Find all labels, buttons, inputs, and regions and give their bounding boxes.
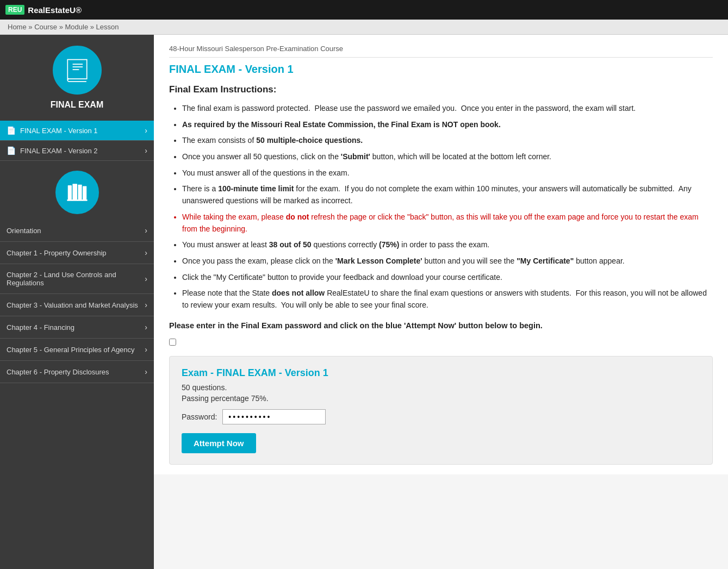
book-icon [63,55,92,85]
sidebar: FINAL EXAM 📄 FINAL EXAM - Version 1 › 📄 … [0,35,154,569]
content-inner: 48-Hour Missouri Salesperson Pre-Examina… [154,35,728,474]
checkbox-area[interactable] [169,339,713,347]
instruction-10: Click the "My Certificate" button to pro… [182,272,713,284]
exam-box-title: Exam - FINAL EXAM - Version 1 [182,367,700,379]
password-instruction: Please enter in the Final Exam password … [169,321,713,330]
attempt-now-button[interactable]: Attempt Now [182,433,256,453]
svg-rect-2 [78,185,82,199]
sidebar-chapter-label: Chapter 2 - Land Use Controls and Regula… [7,271,145,287]
sidebar-exam-title: FINAL EXAM [51,100,103,110]
sidebar-item-final-exam-v2[interactable]: 📄 FINAL EXAM - Version 2 › [0,141,154,161]
sidebar-item-chapter4[interactable]: Chapter 4 - Financing › [0,316,154,339]
instruction-4: Once you answer all 50 questions, click … [182,151,713,163]
exam-questions-info: 50 questions. [182,383,700,392]
chevron-right-icon: › [145,126,147,135]
chevron-right-icon-2: › [145,146,147,155]
chevron-right-icon: › [145,345,147,354]
instruction-1: The final exam is password protected. Pl… [182,103,713,115]
instruction-8: You must answer at least 38 out of 50 qu… [182,239,713,251]
instruction-3: The exam consists of 50 multiple-choice … [182,135,713,147]
chevron-right-icon: › [145,226,147,235]
sidebar-chapter-label: Chapter 4 - Financing [7,323,74,332]
sidebar-chapter-label: Chapter 6 - Property Disclosures [7,368,109,376]
svg-rect-4 [67,199,87,201]
instruction-2: As required by the Missouri Real Estate … [182,119,713,131]
breadcrumb: Home » Course » Module » Lesson [0,20,728,35]
password-label: Password: [182,412,217,421]
course-subtitle: 48-Hour Missouri Salesperson Pre-Examina… [169,45,713,58]
sidebar-item-label-2: FINAL EXAM - Version 2 [20,147,98,155]
exam-item-icon: 📄 [7,126,16,135]
exam-passing-info: Passing percentage 75%. [182,394,700,403]
sidebar-item-chapter2[interactable]: Chapter 2 - Land Use Controls and Regula… [0,264,154,294]
sidebar-item-chapter6[interactable]: Chapter 6 - Property Disclosures › [0,361,154,383]
sidebar-icon-area: FINAL EXAM [0,35,154,121]
svg-rect-3 [83,186,86,199]
sidebar-item-final-exam-v1[interactable]: 📄 FINAL EXAM - Version 1 › [0,121,154,141]
instruction-7-warning: While taking the exam, please do not ref… [182,211,713,235]
sidebar-chapter-label: Orientation [7,227,41,235]
sidebar-chapter-label: Chapter 1 - Property Ownership [7,249,107,257]
sidebar-item-label: FINAL EXAM - Version 1 [20,127,98,135]
sidebar-item-chapter1[interactable]: Chapter 1 - Property Ownership › [0,242,154,264]
books-icon [65,180,90,205]
exam-box: Exam - FINAL EXAM - Version 1 50 questio… [169,356,713,465]
content-area: 48-Hour Missouri Salesperson Pre-Examina… [154,35,728,569]
instruction-5: You must answer all of the questions in … [182,167,713,179]
main-layout: FINAL EXAM 📄 FINAL EXAM - Version 1 › 📄 … [0,35,728,569]
password-input[interactable] [222,409,326,424]
chevron-right-icon: › [145,248,147,257]
sidebar-item-chapter3[interactable]: Chapter 3 - Valuation and Market Analysi… [0,294,154,316]
instruction-9: Once you pass the exam, please click on … [182,255,713,267]
logo-badge: REU [5,5,24,15]
instructions-heading: Final Exam Instructions: [169,84,713,95]
password-row: Password: [182,409,700,424]
chevron-right-icon: › [145,274,147,283]
books-icon-circle [55,171,99,214]
sidebar-chapter-label: Chapter 3 - Valuation and Market Analysi… [7,301,138,309]
chevron-right-icon: › [145,301,147,309]
svg-rect-0 [67,185,71,199]
topbar: REU RealEstateU® [0,0,728,20]
sidebar-item-orientation[interactable]: Orientation › [0,220,154,242]
book-icon-circle [53,46,102,95]
chapters-icon-area [0,161,154,220]
chevron-right-icon: › [145,323,147,332]
instruction-11: Please note that the State does not allo… [182,287,713,311]
exam-title: FINAL EXAM - Version 1 [169,63,713,76]
logo-text: RealEstateU® [28,5,82,15]
chevron-right-icon: › [145,367,147,376]
instructions-list: The final exam is password protected. Pl… [169,103,713,311]
svg-rect-1 [72,184,77,199]
instruction-6: There is a 100-minute time limit for the… [182,183,713,207]
terms-checkbox[interactable] [169,339,176,346]
exam-item-icon-2: 📄 [7,146,16,155]
sidebar-item-chapter5[interactable]: Chapter 5 - General Principles of Agency… [0,339,154,361]
sidebar-chapter-label: Chapter 5 - General Principles of Agency [7,346,135,354]
